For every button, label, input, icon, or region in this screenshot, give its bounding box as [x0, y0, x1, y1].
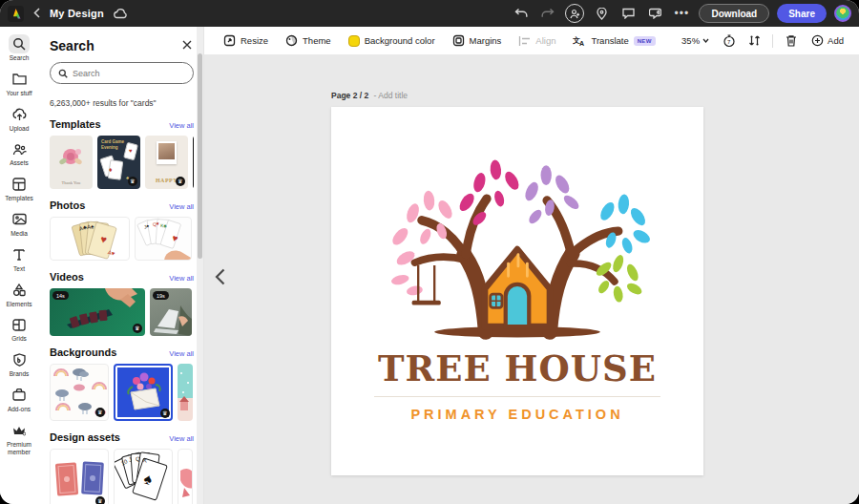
template-thumb-card-game-evening[interactable]: Card Game Evening ♦♥♣ ♠ ♛ — [97, 136, 140, 189]
section-backgrounds: Backgrounds View all — [50, 346, 194, 421]
view-all-link[interactable]: View all — [169, 349, 194, 358]
text-icon — [9, 245, 30, 264]
photo-thumb-hand-cards[interactable]: J♠ Q♥ K♣ ♥ — [135, 217, 192, 261]
new-badge: NEW — [634, 36, 656, 46]
add-title-placeholder[interactable]: - Add title — [374, 91, 408, 100]
sidebar-item-grids[interactable]: Grids — [1, 312, 37, 345]
svg-text:♦: ♦ — [109, 166, 113, 173]
asset-thumb-card-backs[interactable]: ♛ — [50, 449, 109, 504]
premium-badge-icon: ♛ — [95, 496, 105, 504]
premium-badge-icon: ♛ — [160, 409, 170, 418]
background-color-button[interactable]: Background color — [342, 32, 442, 51]
video-thumb-laptop[interactable]: 19s — [150, 288, 192, 336]
sidebar-item-add-ons[interactable]: Add-ons — [1, 383, 37, 415]
background-thumb-envelope-flowers[interactable]: ♛ — [114, 364, 173, 421]
share-button[interactable]: Share — [777, 4, 827, 23]
asset-thumb-fanned-cards[interactable]: 10 J Q K ♠ — [114, 449, 173, 504]
premium-badge-icon: ♛ — [128, 177, 137, 186]
section-title: Design assets — [50, 431, 120, 443]
view-all-link[interactable]: View all — [169, 274, 194, 283]
sidebar-item-search[interactable]: Search — [1, 32, 37, 64]
cloud-sync-icon — [112, 4, 131, 23]
design-canvas[interactable]: Page 2 / 2 - Add title — [203, 54, 859, 504]
design-page[interactable]: TREE HOUSE PRIMARY EDUCATION — [331, 107, 703, 475]
section-title: Photos — [50, 200, 85, 211]
comment-icon[interactable] — [618, 4, 638, 23]
page-label[interactable]: Page 2 / 2 - Add title — [331, 91, 408, 100]
top-bar: My Design ••• Download Share — [0, 0, 859, 27]
sidebar-item-elements[interactable]: Elements — [1, 278, 37, 310]
background-thumb-rainbow-pattern[interactable]: ♛ — [50, 364, 109, 421]
location-pin-icon[interactable] — [592, 4, 611, 23]
template-thumb-partial[interactable] — [193, 136, 194, 189]
resize-button[interactable]: Resize — [217, 31, 275, 51]
scrollbar-thumb[interactable] — [198, 53, 202, 259]
adobe-express-logo-icon[interactable] — [8, 6, 24, 22]
elements-icon — [9, 281, 30, 300]
sidebar-item-brands[interactable]: Brands — [1, 347, 37, 380]
app-window: My Design ••• Download Share — [0, 0, 859, 504]
search-panel: Search 6,263,000+ results for "cards" Te… — [38, 27, 203, 504]
undo-icon[interactable] — [512, 4, 531, 23]
addons-icon — [9, 386, 30, 405]
zoom-control[interactable]: 35% — [676, 32, 715, 50]
view-all-link[interactable]: View all — [169, 202, 194, 211]
media-icon — [9, 210, 30, 229]
previous-page-chevron-icon[interactable] — [215, 268, 225, 290]
results-count: 6,263,000+ results for "cards" — [50, 98, 194, 108]
crown-icon — [9, 421, 30, 440]
redo-icon[interactable] — [538, 4, 557, 23]
asset-thumb-partial[interactable] — [178, 449, 193, 504]
delete-page-icon[interactable] — [781, 31, 802, 52]
reorder-pages-icon[interactable] — [744, 31, 765, 52]
search-input-wrap — [50, 62, 194, 84]
user-avatar[interactable] — [834, 5, 851, 22]
video-duration-badge: 19s — [153, 291, 169, 300]
logo-subtitle-text[interactable]: PRIMARY EDUCATION — [410, 407, 623, 422]
video-thumb-poker-table[interactable]: 14s ♛ — [50, 288, 145, 336]
tree-house-illustration — [373, 153, 661, 346]
search-icon — [58, 69, 68, 78]
search-input[interactable] — [73, 69, 185, 78]
template-thumb-happy[interactable]: HAPPY ♛ — [145, 136, 188, 189]
left-rail: Search Your stuff Upload Assets Template… — [0, 27, 38, 504]
panel-title: Search — [50, 38, 94, 53]
section-design-assets: Design assets View all ♛ — [50, 431, 194, 504]
tree-house-logo[interactable]: TREE HOUSE PRIMARY EDUCATION — [373, 153, 661, 422]
document-title[interactable]: My Design — [50, 8, 104, 19]
add-collaborator-icon[interactable] — [565, 4, 584, 23]
view-all-link[interactable]: View all — [169, 434, 194, 443]
sidebar-item-upload[interactable]: Upload — [1, 102, 37, 135]
theme-button[interactable]: Theme — [279, 31, 338, 51]
sidebar-item-premium[interactable]: Premium member — [1, 418, 37, 458]
translate-button[interactable]: 文A Translate NEW — [566, 32, 661, 51]
photo-thumb-vintage-cards[interactable]: A♣ A♠ ♥ A♥ — [50, 217, 130, 261]
people-icon — [9, 139, 30, 158]
template-thumb-thank-you[interactable]: Thank You — [50, 136, 93, 189]
add-page-button[interactable]: Add — [806, 31, 849, 51]
more-options-icon[interactable]: ••• — [672, 4, 691, 23]
sidebar-item-assets[interactable]: Assets — [1, 136, 37, 169]
svg-text:7: 7 — [727, 39, 731, 45]
view-all-link[interactable]: View all — [169, 121, 194, 130]
margins-button[interactable]: Margins — [446, 31, 509, 51]
sidebar-item-media[interactable]: Media — [1, 207, 37, 240]
background-thumb-winter-village[interactable] — [178, 364, 193, 421]
download-button[interactable]: Download — [699, 4, 769, 23]
back-chevron-icon[interactable] — [31, 8, 42, 20]
premium-badge-icon: ♛ — [133, 324, 142, 333]
logo-title-text[interactable]: TREE HOUSE — [378, 347, 657, 389]
feedback-chat-icon[interactable] — [645, 4, 664, 23]
svg-text:A: A — [579, 40, 584, 47]
sidebar-item-text[interactable]: Text — [1, 242, 37, 275]
section-title: Templates — [50, 118, 101, 130]
sidebar-item-templates[interactable]: Templates — [1, 172, 37, 204]
premium-badge-icon: ♛ — [176, 177, 185, 186]
close-icon[interactable] — [180, 36, 194, 54]
timer-icon[interactable]: 7 — [719, 31, 740, 52]
page-number: Page 2 / 2 — [331, 91, 368, 100]
svg-text:K: K — [143, 457, 148, 464]
resize-icon — [223, 34, 236, 47]
panel-scrollbar[interactable] — [197, 27, 203, 504]
sidebar-item-your-stuff[interactable]: Your stuff — [1, 67, 37, 99]
